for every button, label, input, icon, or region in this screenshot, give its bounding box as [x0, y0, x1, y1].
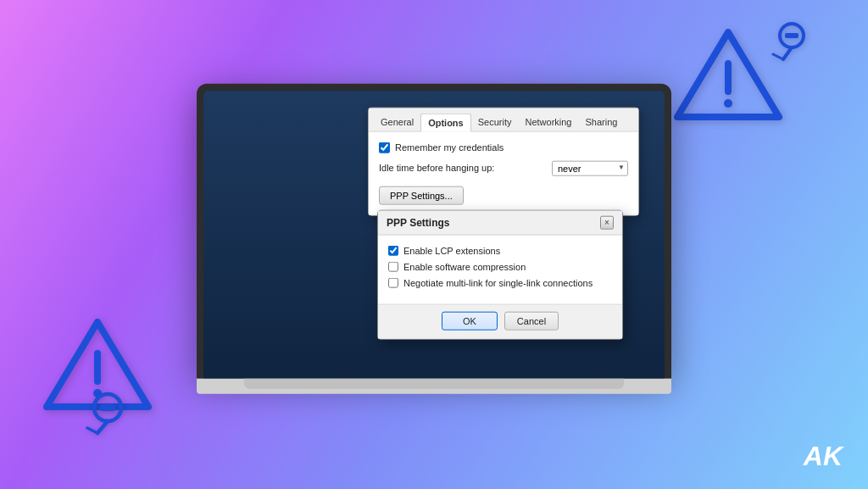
idle-time-label: Idle time before hanging up:	[379, 163, 545, 173]
pin-icon-bottom-left	[81, 384, 136, 442]
software-compression-label: Enable software compression	[403, 261, 526, 271]
svg-rect-8	[785, 33, 798, 38]
remember-credentials-checkbox[interactable]	[379, 142, 390, 153]
laptop: General Options Security Networking Shar…	[197, 83, 671, 393]
laptop-screen-outer: General Options Security Networking Shar…	[197, 83, 671, 378]
svg-point-2	[724, 99, 732, 108]
vpn-properties-dialog: General Options Security Networking Shar…	[368, 107, 639, 215]
dialog-overlay: General Options Security Networking Shar…	[203, 90, 665, 378]
tab-sharing[interactable]: Sharing	[578, 113, 624, 131]
tabs-bar: General Options Security Networking Shar…	[369, 108, 638, 131]
ok-button[interactable]: OK	[442, 311, 498, 330]
ppp-settings-dialog: PPP Settings × Enable LCP extensions	[377, 209, 623, 339]
tab-networking[interactable]: Networking	[518, 113, 578, 131]
laptop-base	[197, 378, 671, 393]
lcp-extensions-row: Enable LCP extensions	[388, 245, 612, 255]
options-panel: Remember my credentials Idle time before…	[369, 131, 638, 214]
multilink-row: Negotiate multi-link for single-link con…	[388, 277, 612, 287]
ppp-dialog-buttons: OK Cancel	[378, 303, 622, 338]
multilink-checkbox[interactable]	[388, 277, 398, 287]
svg-line-7	[783, 47, 792, 59]
svg-line-13	[87, 428, 97, 433]
tab-security[interactable]: Security	[471, 113, 519, 131]
laptop-screen-inner: General Options Security Networking Shar…	[203, 90, 665, 378]
lcp-extensions-checkbox[interactable]	[388, 245, 398, 255]
tab-options[interactable]: Options	[420, 113, 471, 131]
multilink-label: Negotiate multi-link for single-link con…	[403, 277, 593, 287]
ak-logo: AK	[804, 441, 843, 472]
software-compression-checkbox[interactable]	[388, 261, 398, 271]
software-compression-row: Enable software compression	[388, 261, 612, 271]
lcp-extensions-label: Enable LCP extensions	[403, 245, 500, 255]
cancel-button[interactable]: Cancel	[504, 311, 559, 330]
idle-time-dropdown-wrapper: never ▼	[552, 159, 628, 175]
ppp-dialog-titlebar: PPP Settings ×	[378, 210, 622, 235]
svg-line-9	[773, 54, 783, 59]
laptop-stand	[244, 378, 624, 388]
ppp-dialog-title: PPP Settings	[387, 216, 449, 228]
remember-credentials-label: Remember my credentials	[395, 142, 504, 153]
ppp-dialog-close-button[interactable]: ×	[600, 215, 614, 229]
svg-line-11	[97, 421, 108, 433]
ppp-settings-button[interactable]: PPP Settings...	[379, 186, 464, 204]
idle-time-row: Idle time before hanging up: never ▼	[379, 159, 628, 175]
idle-time-dropdown[interactable]: never	[552, 160, 628, 175]
remember-credentials-row: Remember my credentials	[379, 142, 628, 153]
ppp-dialog-body: Enable LCP extensions Enable software co…	[378, 235, 622, 303]
pin-icon-top-right	[766, 17, 813, 67]
tab-general[interactable]: General	[374, 113, 420, 131]
svg-rect-12	[100, 404, 115, 411]
